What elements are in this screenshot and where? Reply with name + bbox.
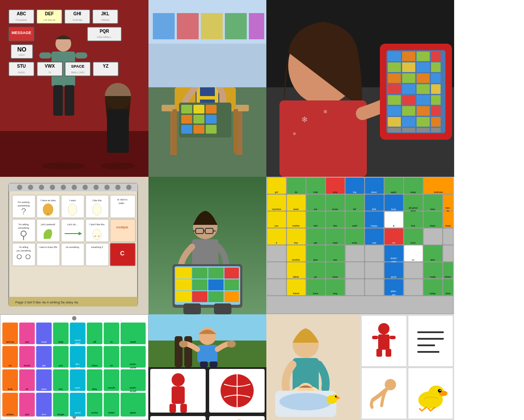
svg-rect-85 [417,52,430,61]
svg-point-336 [72,316,76,320]
svg-rect-196 [192,279,207,290]
svg-rect-89 [417,62,430,72]
svg-text:good: good [75,411,80,414]
svg-text:something: something [18,227,29,229]
svg-text:GHI: GHI [73,11,81,16]
svg-text:I'm poking: I'm poking [17,201,29,203]
svg-rect-83 [388,52,401,61]
svg-text:multiple: multiple [116,225,128,229]
svg-rect-201 [208,291,224,302]
svg-point-42 [100,162,135,169]
svg-text:tell: tell [353,208,356,210]
svg-text:help: help [313,191,317,193]
svg-text:front: front [411,241,416,244]
child-outdoor-photo [148,314,266,367]
svg-text:like: like [333,224,337,227]
svg-text:care-: care- [75,386,81,389]
svg-text:later: later [431,258,435,261]
svg-text:YZ: YZ [103,64,109,69]
svg-point-124 [83,185,88,190]
svg-text:give: give [314,258,318,261]
svg-rect-68 [153,13,175,39]
svg-rect-50 [234,109,238,153]
svg-text:LIP BALM: LIP BALM [44,19,55,21]
svg-rect-309 [365,262,384,279]
svg-rect-107 [388,117,401,127]
svg-text:look: look [8,388,13,390]
svg-rect-325 [365,279,384,296]
svg-text:paste: paste [130,366,137,369]
svg-point-143 [93,204,101,215]
svg-rect-5 [75,52,87,59]
svg-rect-99 [388,95,401,105]
svg-point-41 [41,162,85,169]
svg-rect-204 [214,303,231,314]
svg-rect-55 [196,96,218,100]
svg-text:get: get [314,241,317,244]
svg-text:sad: sad [372,241,376,244]
svg-text:look/see: look/see [434,191,443,193]
svg-point-128 [126,185,131,190]
svg-text:here: here [430,208,435,210]
svg-rect-317 [267,279,286,296]
svg-rect-69 [177,13,199,39]
svg-text:yucky: yucky [91,411,98,414]
mother-baby-photo [266,314,360,420]
svg-text:cn: cn [412,258,414,261]
svg-rect-413 [197,345,217,362]
svg-rect-91 [388,73,401,83]
svg-rect-49 [172,109,177,153]
svg-rect-301 [267,262,286,279]
symbol-card-crawl [150,416,206,420]
svg-point-406 [72,415,76,419]
svg-text:girl: girl [275,191,278,193]
svg-point-448 [378,323,390,334]
svg-text:VWX: VWX [45,64,55,69]
svg-rect-192 [192,268,207,279]
svg-rect-416 [200,361,208,367]
svg-text:away: away [410,191,416,193]
symbol-duck [408,368,454,419]
svg-rect-98 [431,84,441,94]
svg-rect-104 [402,106,415,116]
svg-rect-94 [431,73,441,83]
svg-text:go: go [314,275,317,278]
svg-rect-65 [206,125,217,134]
svg-text:read: read [41,341,47,343]
svg-text:first: first [411,224,415,227]
svg-text:big: big [353,191,356,193]
svg-rect-101 [417,95,430,105]
svg-rect-109 [417,117,430,127]
svg-rect-58 [193,105,204,114]
aac-symbol-grid: .gc { font-family: Arial; font-size: 5.5… [266,177,454,314]
svg-text:little: little [372,208,376,210]
svg-text:❄: ❄ [323,109,328,115]
svg-text:wipe: wipe [41,388,47,390]
svg-text:my/mine: my/mine [272,208,281,210]
svg-rect-198 [224,279,239,290]
svg-rect-70 [201,13,223,39]
svg-text:I like this: I like this [92,199,102,202]
svg-text:brother: brother [292,258,300,261]
svg-text:more: more [75,339,81,341]
svg-text:to: to [110,341,113,343]
svg-text:it: it [276,241,277,244]
svg-text:page...: page... [119,202,125,204]
svg-text:Let's pretend!: Let's pretend! [41,223,55,226]
svg-text:tooth-: tooth- [130,386,136,389]
svg-point-121 [50,185,55,190]
svg-text:C: C [120,250,124,257]
svg-rect-4 [39,52,52,59]
symbol-person-icon [361,315,407,367]
svg-rect-113 [417,128,430,132]
svg-text:eat: eat [314,208,317,210]
svg-text:ful: ful [76,390,79,392]
svg-text:off: off [93,341,96,343]
svg-text:ent: ent [392,293,396,296]
svg-text:write: write [352,241,357,244]
svg-text:put: put [59,364,63,367]
symbol-cards-grid [148,367,266,420]
svg-rect-202 [224,291,239,302]
svg-rect-7 [65,85,74,116]
svg-rect-67 [148,44,266,87]
